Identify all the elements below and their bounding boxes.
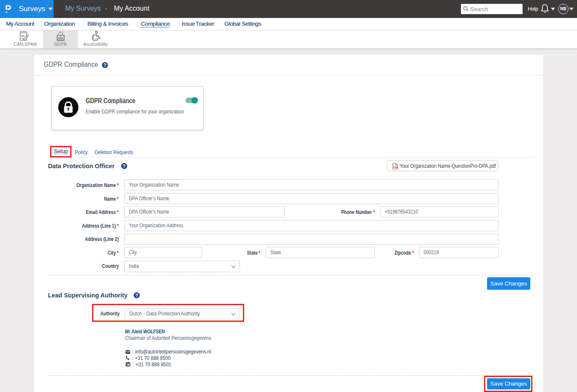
svg-text:PDF: PDF [393,166,398,169]
